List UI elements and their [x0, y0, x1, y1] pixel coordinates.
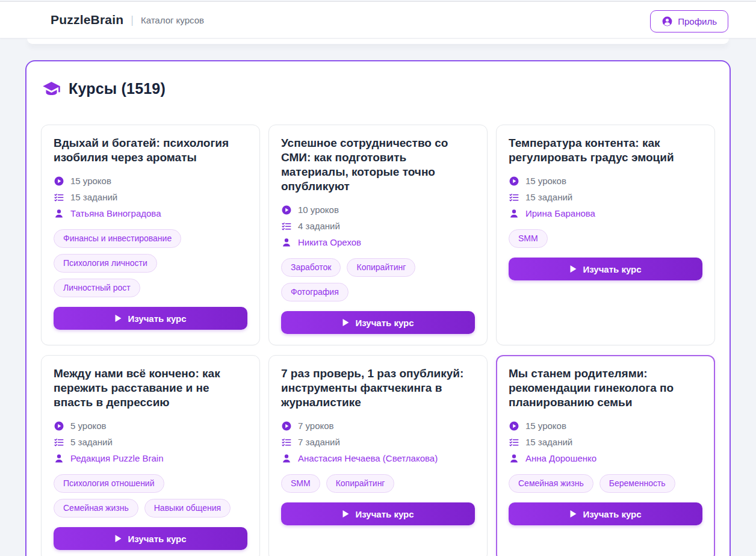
- study-course-button-label: Изучать курс: [355, 318, 414, 328]
- course-title: Температура контента: как регулировать г…: [509, 136, 702, 165]
- author-row: Редакция Puzzle Brain: [54, 450, 247, 466]
- author-name: Редакция Puzzle Brain: [70, 453, 163, 463]
- person-icon: [281, 237, 292, 248]
- course-title: Вдыхай и богатей: психология изобилия че…: [54, 136, 247, 165]
- profile-button[interactable]: Профиль: [650, 10, 728, 32]
- author-name: Ирина Баранова: [525, 208, 595, 218]
- person-icon: [54, 208, 64, 219]
- tag-pill: Семейная жизнь: [509, 474, 593, 493]
- course-card[interactable]: Вдыхай и богатей: психология изобилия че…: [41, 125, 260, 345]
- lessons-row: 10 уроков: [281, 202, 475, 218]
- tag-list: Финансы и инвестированиеПсихология лично…: [54, 229, 247, 297]
- checklist-icon: [54, 437, 64, 448]
- tasks-row: 15 заданий: [509, 434, 702, 450]
- course-title: Успешное сотрудничество со СМИ: как подг…: [281, 136, 475, 194]
- tasks-count: 15 заданий: [70, 192, 117, 202]
- lessons-row: 7 уроков: [281, 418, 475, 434]
- study-course-button[interactable]: Изучать курс: [509, 502, 702, 525]
- lessons-row: 15 уроков: [509, 173, 702, 189]
- tag-pill: Семейная жизнь: [54, 499, 138, 517]
- study-course-button-label: Изучать курс: [128, 534, 186, 544]
- course-card[interactable]: Успешное сотрудничество со СМИ: как подг…: [268, 125, 488, 345]
- app-header: PuzzleBrain | Каталог курсов Профиль: [0, 2, 756, 39]
- person-icon: [281, 453, 292, 464]
- author-name: Никита Орехов: [298, 237, 361, 247]
- tag-list: SMM: [509, 229, 702, 248]
- tasks-row: 15 заданий: [509, 189, 702, 205]
- play-icon: [114, 314, 122, 323]
- checklist-icon: [281, 437, 292, 448]
- study-course-button[interactable]: Изучать курс: [281, 502, 475, 525]
- page-title: Курсы (1519): [69, 80, 166, 97]
- lessons-row: 5 уроков: [54, 418, 247, 434]
- lessons-count: 7 уроков: [298, 421, 334, 431]
- tag-pill: SMM: [509, 229, 548, 248]
- study-course-button-label: Изучать курс: [355, 509, 414, 519]
- tasks-count: 15 заданий: [525, 437, 572, 447]
- scrolled-panel-remnant: [27, 39, 729, 44]
- study-course-button-label: Изучать курс: [128, 314, 186, 324]
- tag-pill: Личностный рост: [54, 279, 140, 297]
- author-name: Анна Дорошенко: [525, 453, 596, 463]
- study-course-button[interactable]: Изучать курс: [54, 307, 247, 330]
- checklist-icon: [281, 221, 292, 232]
- brand-logo-text: PuzzleBrain: [51, 13, 123, 27]
- author-row: Татьяна Виноградова: [54, 205, 247, 221]
- play-icon: [114, 534, 122, 543]
- lessons-row: 15 уроков: [54, 173, 247, 189]
- brand-group: PuzzleBrain | Каталог курсов: [51, 13, 204, 27]
- play-circle-icon: [54, 421, 64, 431]
- tag-list: Психология отношенийСемейная жизньНавыки…: [54, 474, 247, 517]
- user-circle-icon: [662, 16, 673, 27]
- brand-separator: |: [131, 14, 134, 26]
- tag-list: ЗаработокКопирайтингФотография: [281, 258, 475, 301]
- tasks-row: 15 заданий: [54, 189, 247, 205]
- person-icon: [509, 208, 519, 219]
- course-card[interactable]: Температура контента: как регулировать г…: [496, 125, 715, 345]
- study-course-button-label: Изучать курс: [583, 509, 641, 519]
- play-circle-icon: [281, 421, 292, 431]
- tag-pill: Беременность: [600, 474, 675, 493]
- play-circle-icon: [54, 176, 64, 187]
- tag-pill: Копирайтинг: [347, 258, 415, 277]
- author-name: Анастасия Нечаева (Светлакова): [298, 453, 438, 463]
- tasks-count: 5 заданий: [70, 437, 113, 447]
- author-row: Анна Дорошенко: [509, 450, 702, 466]
- tag-pill: Копирайтинг: [326, 474, 395, 493]
- study-course-button[interactable]: Изучать курс: [281, 311, 475, 334]
- study-course-button-label: Изучать курс: [583, 264, 641, 274]
- study-course-button[interactable]: Изучать курс: [509, 258, 702, 280]
- course-card[interactable]: Мы станем родителями: рекомендации гинек…: [496, 355, 715, 556]
- person-icon: [54, 453, 64, 464]
- tasks-row: 4 заданий: [281, 218, 475, 234]
- play-icon: [569, 265, 577, 273]
- author-row: Анастасия Нечаева (Светлакова): [281, 450, 475, 466]
- graduation-cap-icon: [42, 79, 61, 98]
- tasks-count: 15 заданий: [525, 192, 572, 202]
- tasks-row: 5 заданий: [54, 434, 247, 450]
- author-name: Татьяна Виноградова: [70, 208, 161, 218]
- lessons-count: 10 уроков: [298, 205, 339, 215]
- course-card[interactable]: Между нами всё кончено: как пережить рас…: [41, 355, 260, 556]
- author-row: Никита Орехов: [281, 234, 475, 250]
- checklist-icon: [54, 192, 64, 203]
- tag-list: SMMКопирайтинг: [281, 474, 475, 493]
- course-title: Между нами всё кончено: как пережить рас…: [54, 366, 247, 410]
- study-course-button[interactable]: Изучать курс: [54, 527, 247, 550]
- checklist-icon: [509, 192, 519, 203]
- play-icon: [569, 510, 577, 518]
- play-circle-icon: [509, 421, 519, 431]
- author-row: Ирина Баранова: [509, 205, 702, 221]
- tasks-count: 4 заданий: [298, 221, 340, 231]
- course-card[interactable]: 7 раз проверь, 1 раз опубликуй: инструме…: [268, 355, 488, 556]
- tag-pill: Навыки общения: [144, 499, 231, 517]
- panel-heading: Курсы (1519): [42, 79, 714, 98]
- play-icon: [342, 510, 350, 518]
- tag-pill: Психология отношений: [54, 474, 164, 493]
- tasks-row: 7 заданий: [281, 434, 475, 450]
- play-icon: [342, 318, 350, 327]
- play-circle-icon: [509, 176, 519, 187]
- courses-panel: Курсы (1519) Вдыхай и богатей: психологи…: [25, 60, 731, 556]
- course-grid: Вдыхай и богатей: психология изобилия че…: [41, 125, 715, 556]
- play-circle-icon: [281, 205, 292, 215]
